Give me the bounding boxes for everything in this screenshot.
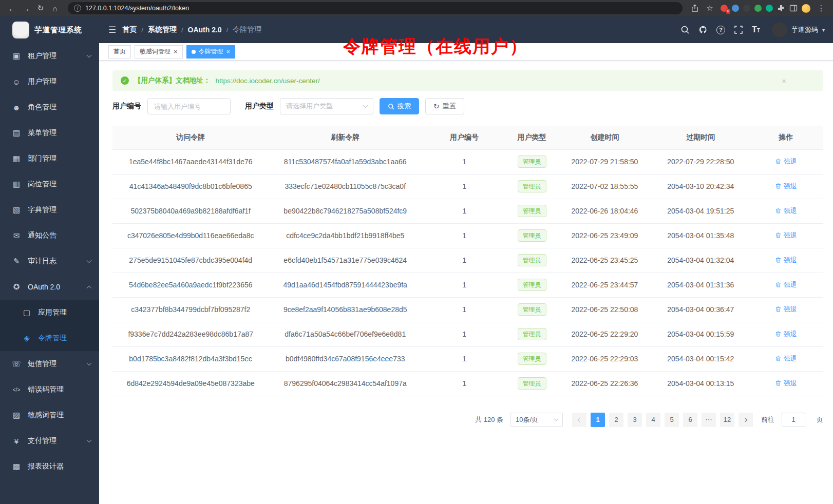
doc-alert: ✓ 【用户体系】文档地址： https://doc.iocoder.cn/use… <box>112 70 823 91</box>
force-logout-button[interactable]: 强退 <box>775 354 797 363</box>
prev-page-button[interactable] <box>572 413 586 427</box>
breadcrumb-home[interactable]: 首页 <box>122 25 137 34</box>
sidebar-item-notice[interactable]: ✉ 通知公告 <box>0 223 99 248</box>
extension-badge: 0 <box>726 9 730 14</box>
address-bar[interactable]: i 127.0.0.1:1024/system/oauth2/token <box>68 2 683 14</box>
breadcrumb-system[interactable]: 系统管理 <box>148 25 177 34</box>
close-icon[interactable]: × <box>174 48 178 55</box>
force-logout-button[interactable]: 强退 <box>775 231 797 240</box>
help-icon[interactable]: ? <box>716 26 725 34</box>
sidebar-item-role[interactable]: ☻ 角色管理 <box>0 94 99 120</box>
side-panel-icon[interactable] <box>789 4 798 12</box>
page-button-12[interactable]: 12 <box>720 413 734 427</box>
user-type-badge: 管理员 <box>518 328 546 340</box>
user-type-badge: 管理员 <box>518 180 546 192</box>
sidebar-item-dept[interactable]: ▦ 部门管理 <box>0 146 99 171</box>
user-type-badge: 管理员 <box>518 303 546 316</box>
browser-profile-avatar[interactable] <box>802 4 810 13</box>
close-icon[interactable]: × <box>226 48 231 55</box>
force-logout-button[interactable]: 强退 <box>775 157 797 166</box>
search-icon[interactable] <box>680 25 690 34</box>
expires-cell: 2054-03-04 01:31:36 <box>653 273 749 297</box>
force-logout-button[interactable]: 强退 <box>775 379 797 388</box>
alert-close-icon[interactable]: × <box>782 76 786 85</box>
user-id-input[interactable] <box>147 98 231 114</box>
font-size-icon[interactable]: TT <box>752 25 760 34</box>
sidebar-item-oauth2[interactable]: ✪ OAuth 2.0 <box>0 274 99 300</box>
sidebar-item-report-designer[interactable]: ▩ 报表设计器 <box>0 454 99 479</box>
page-button-1[interactable]: 1 <box>591 413 605 427</box>
forward-button[interactable]: → <box>20 2 33 14</box>
page-button-4[interactable]: 4 <box>646 413 660 427</box>
refresh-token-cell: 811c530487574fa0af1a59d3abc1aa66 <box>269 149 422 174</box>
sidebar-item-oauth2-app[interactable]: ▢ 应用管理 <box>0 300 99 325</box>
force-logout-button[interactable]: 强退 <box>775 182 797 191</box>
next-page-button[interactable] <box>739 413 753 427</box>
tab-sensitive-word[interactable]: 敏感词管理 × <box>135 45 183 59</box>
extension-icon-teal[interactable] <box>766 5 773 12</box>
force-logout-button[interactable]: 强退 <box>775 206 797 216</box>
user-type-cell: 管理员 <box>507 371 557 396</box>
page-button-5[interactable]: 5 <box>665 413 679 427</box>
sidebar-item-label: 短信管理 <box>28 359 87 369</box>
app-logo[interactable]: 芋道管理系统 <box>0 16 99 43</box>
user-id-cell: 1 <box>422 199 507 223</box>
col-user-type: 用户类型 <box>507 126 557 149</box>
github-icon[interactable] <box>698 25 708 34</box>
more-pages-button[interactable]: ⋯ <box>702 413 716 427</box>
search-button[interactable]: 搜索 <box>380 98 419 114</box>
extensions-puzzle-icon[interactable] <box>777 4 785 12</box>
action-cell: 强退 <box>749 346 823 371</box>
pagination: 共 120 条 10条/页 1 2 3 4 5 6 ⋯ 12 前往 <box>112 413 823 427</box>
reload-button[interactable]: ↻ <box>34 2 47 14</box>
user-type-badge: 管理员 <box>518 377 546 390</box>
tab-token[interactable]: 令牌管理 × <box>186 45 236 59</box>
force-logout-label: 强退 <box>784 157 797 166</box>
extension-icon-blue[interactable] <box>732 5 739 12</box>
doc-link[interactable]: https://doc.iocoder.cn/user-center/ <box>216 77 320 85</box>
sidebar-item-audit-log[interactable]: ✎ 审计日志 <box>0 248 99 274</box>
sidebar-item-pay[interactable]: ¥ 支付管理 <box>0 428 99 454</box>
share-icon[interactable] <box>691 4 699 12</box>
tab-home[interactable]: 首页 <box>108 45 131 59</box>
table-row: c342377bf8b344799dcbf7bf095287f2 9ce8ef2… <box>112 297 823 322</box>
force-logout-button[interactable]: 强退 <box>775 256 797 265</box>
page-size-select[interactable]: 10条/页 <box>510 413 563 427</box>
page-button-6[interactable]: 6 <box>683 413 697 427</box>
page-button-3[interactable]: 3 <box>628 413 642 427</box>
action-cell: 强退 <box>749 273 823 297</box>
fullscreen-icon[interactable] <box>734 25 743 34</box>
sidebar-item-sms[interactable]: ☏ 短信管理 <box>0 351 99 377</box>
sidebar-item-error-code[interactable]: </> 错误码管理 <box>0 377 99 402</box>
goto-page-input[interactable] <box>782 413 805 427</box>
sidebar-item-user[interactable]: ☺ 用户管理 <box>0 69 99 94</box>
force-logout-button[interactable]: 强退 <box>775 329 797 339</box>
extension-icon-green[interactable] <box>754 5 762 12</box>
force-logout-button[interactable]: 强退 <box>775 280 797 289</box>
force-logout-button[interactable]: 强退 <box>775 305 797 314</box>
extension-icon-red[interactable]: 0 <box>721 5 728 12</box>
hamburger-icon[interactable]: ☰ <box>102 25 122 35</box>
user-menu[interactable]: 芋道源码 ▾ <box>772 22 825 37</box>
user-type-select[interactable]: 请选择用户类型 <box>280 98 373 114</box>
back-button[interactable]: ← <box>5 2 18 14</box>
sidebar-item-dict[interactable]: ▧ 字典管理 <box>0 197 99 223</box>
access-token-cell: 6d842e2924594de9a09e45e087323abe <box>112 371 269 396</box>
created-cell: 2022-06-25 22:26:36 <box>557 371 653 396</box>
created-cell: 2022-06-26 18:04:46 <box>557 199 653 223</box>
page-button-2[interactable]: 2 <box>609 413 623 427</box>
extension-icon-dark[interactable] <box>743 5 750 12</box>
sidebar-item-oauth2-token[interactable]: ◈ 令牌管理 <box>0 325 99 351</box>
browser-menu-icon[interactable]: ⋮ <box>815 2 828 14</box>
sidebar-item-tenant[interactable]: ▣ 租户管理 <box>0 43 99 69</box>
breadcrumb-oauth2[interactable]: OAuth 2.0 <box>188 26 222 34</box>
reset-button[interactable]: ↻ 重置 <box>425 98 464 114</box>
sidebar-item-post[interactable]: ▥ 岗位管理 <box>0 171 99 197</box>
sidebar-item-menu[interactable]: ▤ 菜单管理 <box>0 120 99 146</box>
bookmark-star-icon[interactable]: ☆ <box>703 2 716 14</box>
site-info-icon[interactable]: i <box>74 5 81 12</box>
home-button[interactable]: ⌂ <box>48 2 62 14</box>
user-type-badge: 管理员 <box>518 205 546 217</box>
sidebar-item-sensitive-word[interactable]: ▨ 敏感词管理 <box>0 402 99 428</box>
caret-down-icon: ▾ <box>822 27 825 33</box>
